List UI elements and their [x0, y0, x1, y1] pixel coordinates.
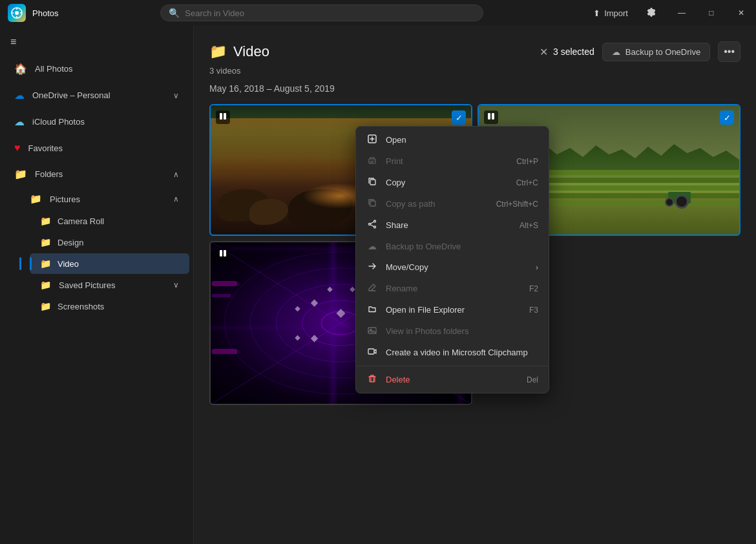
checkbox-2[interactable]: ✓ — [720, 110, 734, 125]
svg-point-45 — [374, 226, 376, 228]
page-folder-icon: 📁 — [209, 43, 227, 60]
titlebar: Photos 🔍 ⬆ Import — □ ✕ — [0, 0, 756, 26]
sidebar-item-camera-roll[interactable]: 📁 Camera Roll — [30, 211, 189, 231]
ctx-file-explorer[interactable]: Open in File Explorer F3 — [356, 299, 549, 320]
sidebar-item-favorites[interactable]: ♥ Favorites — [4, 136, 189, 160]
sidebar-item-onedrive[interactable]: ☁ OneDrive – Personal ∨ — [4, 83, 189, 108]
date-range: May 16, 2018 – August 5, 2019 — [209, 83, 740, 94]
close-button[interactable]: ✕ — [726, 0, 756, 26]
clear-selection-button[interactable]: ✕ — [540, 46, 548, 58]
svg-line-47 — [370, 222, 373, 224]
sidebar-item-icloud[interactable]: ☁ iCloud Photos — [4, 109, 189, 134]
ctx-print-shortcut: Ctrl+P — [516, 157, 538, 166]
sidebar-item-folders[interactable]: 📁 Folders ∧ — [4, 162, 189, 187]
svg-rect-36 — [220, 250, 222, 256]
ctx-rename-shortcut: F2 — [529, 284, 538, 293]
sidebar-item-saved-pictures[interactable]: 📁 Saved Pictures ∨ — [30, 275, 189, 295]
ctx-clipchamp[interactable]: Create a video in Microsoft Clipchamp — [356, 342, 549, 363]
pictures-label: Pictures — [50, 194, 80, 204]
svg-rect-25 — [350, 287, 355, 292]
video-count: 3 videos — [209, 66, 740, 76]
active-indicator — [19, 257, 21, 270]
delete-icon — [366, 374, 378, 385]
page-header: 📁 Video ✕ 3 selected ☁ Backup to OneDriv… — [209, 41, 740, 62]
ctx-move-copy[interactable]: Move/Copy › — [356, 256, 549, 278]
video-label: Video — [58, 259, 79, 269]
backup-icon: ☁ — [366, 241, 378, 251]
video-play-icon-1 — [216, 110, 230, 124]
checkbox-1[interactable]: ✓ — [452, 110, 466, 125]
sidebar-item-pictures[interactable]: 📁 Pictures ∧ — [19, 188, 189, 210]
folder-icon: 📁 — [14, 168, 27, 180]
selected-badge: ✕ 3 selected — [540, 46, 594, 58]
camera-roll-icon: 📁 — [40, 216, 51, 226]
favorites-label: Favorites — [28, 143, 63, 153]
ctx-share-label: Share — [386, 220, 408, 230]
ctx-delete[interactable]: Delete Del — [356, 369, 549, 390]
svg-rect-34 — [212, 349, 238, 354]
video-folder-icon: 📁 — [40, 258, 51, 269]
svg-line-48 — [370, 225, 373, 227]
more-options-button[interactable]: ••• — [718, 41, 740, 62]
sidebar-item-video[interactable]: 📁 Video — [30, 253, 189, 274]
copy-path-icon — [366, 198, 378, 209]
folders-label: Folders — [35, 169, 63, 179]
import-button[interactable]: ⬆ Import — [585, 5, 636, 21]
print-icon — [366, 156, 378, 167]
ctx-share[interactable]: Share Alt+S — [356, 214, 549, 236]
rock-shape-2 — [249, 199, 288, 225]
ctx-print: Print Ctrl+P — [356, 151, 549, 172]
gear-icon — [646, 8, 656, 18]
search-input[interactable] — [185, 8, 475, 18]
maximize-button[interactable]: □ — [697, 0, 726, 26]
svg-rect-30 — [212, 281, 238, 286]
ctx-view-photos: View in Photos folders — [356, 320, 549, 342]
sidebar-item-design[interactable]: 📁 Design — [30, 232, 189, 253]
ctx-move-copy-label: Move/Copy — [386, 262, 428, 272]
ctx-rename: Rename F2 — [356, 278, 549, 299]
sidebar-item-screenshots[interactable]: 📁 Screenshots — [30, 296, 189, 317]
search-icon: 🔍 — [169, 8, 180, 18]
svg-rect-8 — [488, 113, 490, 120]
svg-line-12 — [212, 323, 341, 404]
chevron-down-icon: ∨ — [173, 91, 179, 100]
ctx-copy[interactable]: Copy Ctrl+C — [356, 172, 549, 193]
svg-rect-7 — [224, 113, 226, 120]
share-icon — [366, 220, 378, 231]
import-icon: ⬆ — [593, 8, 600, 18]
chevron-up-icon: ∧ — [173, 170, 179, 179]
app-logo — [8, 4, 26, 22]
ctx-clipchamp-label: Create a video in Microsoft Clipchamp — [386, 348, 528, 357]
view-photos-icon — [366, 326, 378, 337]
backup-onedrive-button[interactable]: ☁ Backup to OneDrive — [602, 43, 710, 61]
ctx-divider — [356, 366, 549, 366]
svg-point-46 — [369, 224, 371, 225]
move-copy-icon — [366, 262, 378, 273]
svg-rect-51 — [368, 349, 374, 354]
hamburger-button[interactable]: ≡ — [0, 31, 193, 53]
ctx-copy-label: Copy — [386, 178, 405, 187]
context-menu: Open Print Ctrl+P Copy Ctrl+C — [355, 126, 549, 393]
screenshots-label: Screenshots — [58, 302, 104, 311]
pictures-children: 📁 Camera Roll 📁 Design 📁 Video 📁 Saved P… — [26, 211, 193, 317]
svg-rect-24 — [327, 287, 332, 292]
onedrive-label: OneDrive – Personal — [32, 90, 110, 100]
ctx-copy-path-shortcut: Ctrl+Shift+C — [496, 200, 538, 209]
sidebar-item-all-photos[interactable]: 🏠 All Photos — [4, 56, 189, 81]
ctx-open[interactable]: Open — [356, 129, 549, 151]
minimize-button[interactable]: — — [667, 0, 697, 26]
ctx-backup-label: Backup to OneDrive — [386, 242, 461, 251]
rename-icon — [366, 283, 378, 294]
video-play-icon-2 — [484, 110, 498, 124]
chevron-down-icon-2: ∨ — [173, 280, 179, 289]
heart-icon: ♥ — [14, 142, 21, 154]
ctx-backup: ☁ Backup to OneDrive — [356, 236, 549, 256]
ctx-copy-path-label: Copy as path — [386, 199, 436, 209]
search-bar[interactable]: 🔍 — [160, 5, 483, 21]
ctx-copy-path: Copy as path Ctrl+Shift+C — [356, 193, 549, 214]
ctx-share-shortcut: Alt+S — [520, 221, 538, 230]
selected-count: 3 selected — [553, 47, 594, 57]
ctx-file-explorer-label: Open in File Explorer — [386, 305, 465, 315]
design-icon: 📁 — [40, 237, 51, 247]
settings-button[interactable] — [638, 5, 664, 21]
